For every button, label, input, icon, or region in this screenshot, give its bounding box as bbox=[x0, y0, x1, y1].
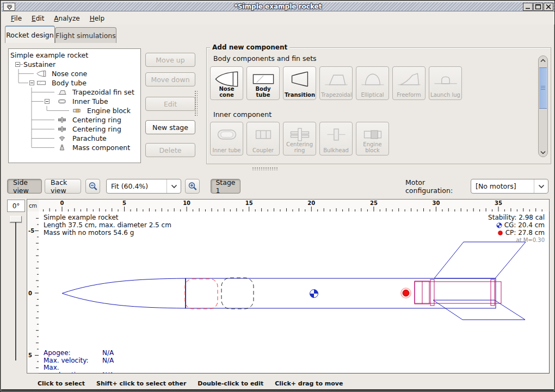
status-hint-2: Double-click to edit bbox=[198, 380, 263, 387]
tree-item-label: Simple example rocket bbox=[10, 51, 88, 60]
tree-item-label: Centering ring bbox=[72, 115, 121, 125]
tree-item-nose-cone[interactable]: Nose cone bbox=[9, 69, 139, 78]
add-body-tube-button[interactable]: Body tube bbox=[246, 66, 280, 100]
menu-bar: FileEditAnalyzeHelp bbox=[2, 12, 554, 24]
section-body-components-label: Body components and fin sets bbox=[213, 54, 317, 63]
status-hint-3: Click+ drag to move bbox=[275, 380, 343, 387]
add-coupler-button[interactable]: Coupler bbox=[246, 122, 280, 155]
tree-item-label: Inner Tube bbox=[72, 97, 108, 106]
menu-analyze[interactable]: Analyze bbox=[49, 13, 84, 24]
scroll-down-button[interactable] bbox=[539, 148, 547, 157]
body-tube-icon bbox=[35, 79, 48, 86]
tree-expander-icon[interactable] bbox=[15, 62, 20, 67]
max-velocity-value: N/A bbox=[102, 357, 114, 364]
add-nose-cone-button[interactable]: Nose cone bbox=[210, 66, 243, 100]
mass-component-outline bbox=[221, 278, 254, 309]
add-elliptical-button[interactable]: Elliptical bbox=[356, 66, 389, 100]
minimize-button[interactable] bbox=[523, 3, 533, 11]
horizontal-splitter-handle[interactable] bbox=[252, 167, 278, 170]
vertical-splitter-handle[interactable] bbox=[194, 90, 198, 116]
add-engine-block-button[interactable]: Engine block bbox=[356, 122, 389, 155]
centering-ring-aft bbox=[491, 279, 495, 306]
window-menu-button[interactable] bbox=[3, 3, 15, 11]
engine-block-icon bbox=[70, 107, 83, 114]
stage-1-toggle[interactable]: Stage 1 bbox=[211, 179, 240, 194]
tab-rocket-design[interactable]: Rocket design bbox=[5, 26, 55, 43]
add-inner-tube-button[interactable]: Inner tube bbox=[210, 122, 243, 155]
svg-text:5: 5 bbox=[122, 200, 126, 206]
tree-item-mass-component[interactable]: Mass component bbox=[9, 143, 139, 152]
status-hint-1: Shift+ click to select other bbox=[96, 380, 186, 387]
tab-flight-simulations[interactable]: Flight simulations bbox=[55, 27, 116, 43]
component-button-label: Trapezoidal bbox=[320, 92, 352, 98]
title-bar: *Simple example rocket bbox=[2, 2, 554, 11]
component-button-label: Centering ring bbox=[283, 141, 316, 153]
delete-button[interactable]: Delete bbox=[145, 143, 195, 157]
tree-item-inner-tube[interactable]: Inner Tube bbox=[9, 97, 139, 106]
tree-item-engine-block[interactable]: Engine block bbox=[9, 106, 139, 115]
tree-item-centering-ring[interactable]: Centering ring bbox=[9, 115, 139, 125]
menu-edit[interactable]: Edit bbox=[27, 13, 49, 24]
add-centering-ring-button[interactable]: Centering ring bbox=[283, 122, 316, 155]
rocket-dimensions: Length 37.5 cm, max. diameter 2.5 cm bbox=[44, 221, 171, 229]
close-button[interactable] bbox=[544, 3, 553, 11]
edit-button[interactable]: Edit bbox=[145, 97, 195, 111]
tree-item-simple-example-rocket[interactable]: Simple example rocket bbox=[9, 51, 139, 60]
rocket-name: Simple example rocket bbox=[44, 214, 171, 221]
add-trapezoidal-button[interactable]: Trapezoidal bbox=[319, 66, 353, 100]
move-up-button[interactable]: Move up bbox=[145, 53, 195, 67]
move-down-button[interactable]: Move down bbox=[145, 72, 195, 86]
svg-text:15: 15 bbox=[245, 200, 253, 206]
cg-marker bbox=[310, 290, 318, 298]
svg-text:25: 25 bbox=[370, 200, 378, 206]
inner-tube-icon bbox=[55, 98, 69, 105]
svg-text:10: 10 bbox=[183, 200, 190, 206]
new-stage-button[interactable]: New stage bbox=[145, 120, 195, 134]
component-button-label: Freeform bbox=[393, 92, 425, 98]
tree-item-label: Sustainer bbox=[23, 60, 55, 69]
stability-value: Stability: 2.98 cal bbox=[488, 214, 545, 221]
rocket-design-canvas[interactable]: Simple example rocket Length 37.5 cm, ma… bbox=[39, 211, 550, 374]
zoom-out-button[interactable] bbox=[85, 179, 100, 194]
svg-text:20: 20 bbox=[307, 200, 315, 206]
upper-fin bbox=[434, 242, 526, 278]
tree-item-body-tube[interactable]: Body tube bbox=[9, 78, 139, 88]
tree-expander-icon[interactable] bbox=[29, 80, 34, 85]
bulkhead-icon bbox=[324, 126, 349, 144]
scrollbar-thumb[interactable] bbox=[539, 67, 547, 109]
tree-item-trapezoidal-fin-set[interactable]: Trapezoidal fin set bbox=[9, 88, 139, 97]
maximize-button[interactable] bbox=[533, 3, 543, 11]
menu-file[interactable]: File bbox=[6, 13, 27, 24]
menu-help[interactable]: Help bbox=[85, 13, 109, 24]
add-bulkhead-button[interactable]: Bulkhead bbox=[319, 122, 353, 155]
motor-configuration-select[interactable]: [No motors] bbox=[471, 179, 548, 194]
tree-item-parachute[interactable]: Parachute bbox=[9, 134, 139, 143]
zoom-in-button[interactable] bbox=[185, 179, 200, 194]
add-freeform-button[interactable]: Freeform bbox=[392, 66, 425, 100]
back-view-button[interactable]: Back view bbox=[45, 179, 81, 194]
svg-text:-5: -5 bbox=[28, 228, 34, 234]
apogee-value: N/A bbox=[102, 349, 114, 357]
tree-item-label: Mass component bbox=[72, 143, 130, 152]
centering-ring-icon bbox=[55, 116, 69, 123]
tree-expander-icon[interactable] bbox=[45, 99, 50, 104]
add-transition-button[interactable]: Transition bbox=[283, 66, 316, 100]
tree-item-sustainer[interactable]: Sustainer bbox=[9, 60, 139, 69]
mach-note: at M=0.30 bbox=[488, 237, 545, 244]
scroll-up-button[interactable] bbox=[539, 56, 547, 65]
fin-elliptical-icon bbox=[360, 70, 385, 88]
side-view-button[interactable]: Side view bbox=[7, 179, 42, 194]
component-scrollbar[interactable] bbox=[538, 55, 548, 157]
zoom-level-select[interactable]: Fit (60.4%) bbox=[106, 179, 181, 194]
zoom-level-value: Fit (60.4%) bbox=[107, 182, 166, 190]
parachute-icon bbox=[55, 135, 69, 142]
close-icon bbox=[545, 4, 552, 10]
tree-item-centering-ring[interactable]: Centering ring bbox=[9, 125, 139, 134]
svg-text:5: 5 bbox=[28, 352, 32, 358]
rotation-slider-thumb[interactable] bbox=[10, 216, 22, 222]
minimize-icon bbox=[525, 4, 531, 10]
add-launch-lug-button[interactable]: Launch lug bbox=[429, 66, 462, 100]
ruler-unit-box: cm bbox=[27, 199, 39, 212]
component-button-label: Transition bbox=[283, 92, 316, 98]
rotation-slider-track[interactable] bbox=[15, 217, 17, 360]
